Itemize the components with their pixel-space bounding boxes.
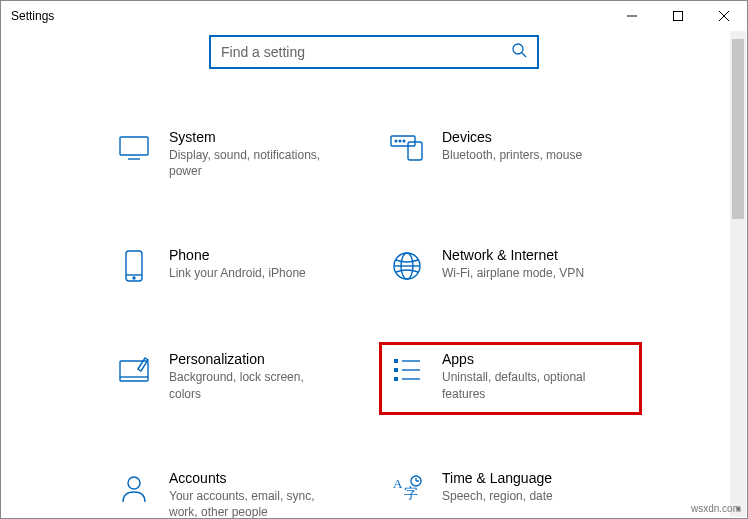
window-title: Settings xyxy=(11,9,54,23)
search-box[interactable] xyxy=(209,35,539,69)
tile-system[interactable]: System Display, sound, notifications, po… xyxy=(111,125,364,187)
tile-desc: Bluetooth, printers, mouse xyxy=(442,147,582,163)
svg-point-12 xyxy=(403,140,405,142)
window-controls xyxy=(609,1,747,31)
svg-text:字: 字 xyxy=(404,486,418,501)
tile-desc: Display, sound, notifications, power xyxy=(169,147,339,179)
tile-devices[interactable]: Devices Bluetooth, printers, mouse xyxy=(384,125,637,187)
system-icon xyxy=(117,131,151,165)
tile-desc: Uninstall, defaults, optional features xyxy=(442,369,612,401)
svg-rect-1 xyxy=(674,12,683,21)
svg-point-27 xyxy=(128,477,140,489)
devices-icon xyxy=(390,131,424,165)
tile-time-language[interactable]: A字 Time & Language Speech, region, date xyxy=(384,466,637,519)
maximize-button[interactable] xyxy=(655,1,701,31)
tile-desc: Speech, region, date xyxy=(442,488,553,504)
tile-title: Personalization xyxy=(169,351,339,367)
minimize-button[interactable] xyxy=(609,1,655,31)
close-button[interactable] xyxy=(701,1,747,31)
svg-rect-6 xyxy=(120,137,148,155)
personalization-icon xyxy=(117,353,151,387)
tile-desc: Wi-Fi, airplane mode, VPN xyxy=(442,265,584,281)
tile-phone[interactable]: Phone Link your Android, iPhone xyxy=(111,243,364,291)
network-icon xyxy=(390,249,424,283)
tile-network[interactable]: Network & Internet Wi-Fi, airplane mode,… xyxy=(384,243,637,291)
svg-text:A: A xyxy=(393,476,403,491)
minimize-icon xyxy=(627,11,637,21)
tile-title: Time & Language xyxy=(442,470,553,486)
tile-title: System xyxy=(169,129,339,145)
phone-icon xyxy=(117,249,151,283)
svg-point-11 xyxy=(399,140,401,142)
tile-accounts[interactable]: Accounts Your accounts, email, sync, wor… xyxy=(111,466,364,519)
svg-rect-21 xyxy=(394,359,398,363)
settings-grid: System Display, sound, notifications, po… xyxy=(111,125,637,519)
search-icon[interactable] xyxy=(511,42,527,62)
svg-point-4 xyxy=(513,44,523,54)
tile-title: Accounts xyxy=(169,470,339,486)
maximize-icon xyxy=(673,11,683,21)
vertical-scrollbar[interactable]: ▾ xyxy=(730,31,746,517)
svg-rect-25 xyxy=(394,377,398,381)
tile-personalization[interactable]: Personalization Background, lock screen,… xyxy=(111,347,364,409)
time-language-icon: A字 xyxy=(390,472,424,506)
apps-icon xyxy=(390,353,424,387)
close-icon xyxy=(719,11,729,21)
scrollbar-thumb[interactable] xyxy=(732,39,744,219)
tile-desc: Your accounts, email, sync, work, other … xyxy=(169,488,339,519)
watermark: wsxdn.com xyxy=(691,503,741,514)
tile-title: Devices xyxy=(442,129,582,145)
accounts-icon xyxy=(117,472,151,506)
search-input[interactable] xyxy=(221,44,511,60)
tile-title: Phone xyxy=(169,247,306,263)
svg-line-5 xyxy=(522,53,526,57)
tile-desc: Link your Android, iPhone xyxy=(169,265,306,281)
svg-rect-19 xyxy=(120,361,148,381)
svg-rect-23 xyxy=(394,368,398,372)
tile-apps[interactable]: Apps Uninstall, defaults, optional featu… xyxy=(384,347,637,409)
tile-desc: Background, lock screen, colors xyxy=(169,369,339,401)
tile-title: Network & Internet xyxy=(442,247,584,263)
tile-title: Apps xyxy=(442,351,612,367)
svg-point-15 xyxy=(133,277,135,279)
svg-point-10 xyxy=(395,140,397,142)
